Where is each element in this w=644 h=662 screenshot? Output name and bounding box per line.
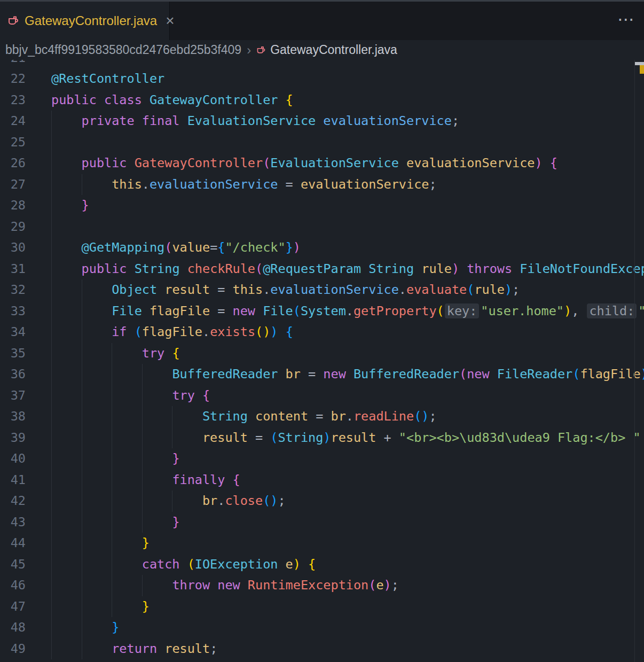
- line-number[interactable]: 35: [0, 343, 26, 364]
- line-number[interactable]: 29: [0, 216, 26, 238]
- line-number[interactable]: 23: [0, 90, 26, 111]
- code-line[interactable]: 45 catch (IOException e) {: [0, 554, 644, 575]
- code-text: String content = br.readLine();: [26, 409, 437, 424]
- line-number[interactable]: 22: [0, 68, 26, 90]
- token-b3: (: [572, 367, 580, 381]
- line-number[interactable]: 34: [0, 322, 26, 343]
- vertical-scrollbar[interactable]: [634, 60, 644, 662]
- indent-guide: [112, 533, 112, 554]
- code-line[interactable]: 28 }: [0, 195, 644, 216]
- token-ty: FileReader: [497, 367, 572, 381]
- chevron-right-icon: ›: [247, 43, 251, 58]
- line-number[interactable]: 47: [0, 596, 26, 618]
- code-text: [26, 135, 51, 150]
- token-pl: =: [248, 430, 270, 445]
- code-line[interactable]: 38 String content = br.readLine();: [0, 406, 644, 427]
- code-line[interactable]: 33 File flagFile = new File(System.getPr…: [0, 301, 644, 322]
- indent-guide: [142, 448, 143, 470]
- token-pr: this: [112, 177, 142, 192]
- indent-guide: [112, 490, 112, 512]
- code-line[interactable]: 30 @GetMapping(value={"/check"}): [0, 237, 644, 259]
- code-line[interactable]: 35 try {: [0, 343, 644, 364]
- line-number[interactable]: 31: [0, 259, 26, 280]
- line-number[interactable]: 46: [0, 575, 26, 596]
- token-kw: new: [233, 303, 263, 318]
- token-pl: [51, 155, 82, 170]
- token-b3: (: [270, 430, 278, 445]
- line-number[interactable]: 45: [0, 554, 26, 575]
- code-line[interactable]: 21: [0, 60, 644, 68]
- token-pl: ;: [278, 493, 285, 508]
- indent-guide: [51, 638, 52, 660]
- token-ty: BufferedReader: [172, 367, 285, 381]
- line-number[interactable]: 26: [0, 153, 26, 174]
- line-number[interactable]: 28: [0, 195, 26, 216]
- close-tab-icon[interactable]: ×: [166, 13, 174, 28]
- indent-guide: [142, 512, 143, 533]
- breadcrumb-folder[interactable]: bbjv_bc4ff9919583580cd2476ebd25b3f409: [5, 43, 241, 57]
- code-line[interactable]: 22@RestController: [0, 68, 644, 90]
- code-line[interactable]: 39 result = (String)result + "<br><b>\ud…: [0, 427, 644, 449]
- line-number[interactable]: 33: [0, 301, 26, 322]
- line-number[interactable]: 38: [0, 406, 26, 427]
- indent-guide: [82, 174, 82, 196]
- indent-guide: [142, 470, 143, 491]
- code-line[interactable]: 44 }: [0, 533, 644, 554]
- token-kw: throws: [467, 261, 520, 276]
- code-line[interactable]: 27 this.evaluationService = evaluationSe…: [0, 174, 644, 196]
- code-line[interactable]: 40 }: [0, 448, 644, 470]
- line-number[interactable]: 36: [0, 364, 26, 385]
- line-number[interactable]: 37: [0, 385, 26, 407]
- more-actions-icon[interactable]: ⋯: [617, 9, 635, 29]
- token-kw: class: [104, 92, 150, 107]
- line-number[interactable]: 43: [0, 512, 26, 533]
- code-line[interactable]: 47 }: [0, 596, 644, 618]
- line-number[interactable]: 40: [0, 448, 26, 470]
- code-line[interactable]: 42 br.close();: [0, 490, 644, 512]
- tab-gatewaycontroller-java[interactable]: GatewayController.java ×: [0, 2, 170, 40]
- line-number[interactable]: 27: [0, 174, 26, 196]
- code-line[interactable]: 49 return result;: [0, 638, 644, 660]
- code-line[interactable]: 31 public String checkRule(@RequestParam…: [0, 259, 644, 280]
- code-line[interactable]: 24 private final EvaluationService evalu…: [0, 111, 644, 132]
- token-kw: public: [82, 155, 135, 170]
- code-line[interactable]: 34 if (flagFile.exists()) {: [0, 322, 644, 343]
- code-line[interactable]: 29: [0, 216, 644, 238]
- code-line[interactable]: 25: [0, 132, 644, 153]
- token-pl: [51, 240, 82, 255]
- line-number[interactable]: 39: [0, 427, 26, 449]
- token-b3: {: [217, 240, 225, 255]
- breadcrumb-file[interactable]: GatewayController.java: [270, 43, 397, 57]
- token-b1: {: [308, 557, 316, 572]
- code-line[interactable]: 46 throw new RuntimeException(e);: [0, 575, 644, 596]
- line-number[interactable]: 48: [0, 617, 26, 638]
- token-kw: private: [82, 113, 142, 128]
- line-number[interactable]: 30: [0, 237, 26, 259]
- line-number[interactable]: 25: [0, 132, 26, 153]
- token-ty: String: [135, 261, 187, 276]
- code-line[interactable]: 43 }: [0, 512, 644, 533]
- token-pr: result: [164, 641, 210, 656]
- line-number[interactable]: 24: [0, 111, 26, 132]
- token-pl: =: [301, 367, 323, 381]
- line-number[interactable]: 44: [0, 533, 26, 554]
- code-line[interactable]: 41 finally {: [0, 470, 644, 491]
- code-line[interactable]: 48 }: [0, 617, 644, 638]
- code-line[interactable]: 26 public GatewayController(EvaluationSe…: [0, 153, 644, 174]
- line-number[interactable]: 41: [0, 470, 26, 491]
- token-kw: try: [142, 346, 172, 361]
- code-line[interactable]: 32 Object result = this.evaluationServic…: [0, 279, 644, 301]
- code-text: result = (String)result + "<br><b>\ud83d…: [26, 430, 641, 445]
- code-line[interactable]: 36 BufferedReader br = new BufferedReade…: [0, 364, 644, 385]
- token-pr: content: [255, 409, 308, 424]
- token-ty: GatewayController: [150, 92, 286, 107]
- code-line[interactable]: 37 try {: [0, 385, 644, 407]
- code-text: BufferedReader br = new BufferedReader(n…: [26, 367, 644, 381]
- line-number[interactable]: 42: [0, 490, 26, 512]
- line-number[interactable]: 21: [0, 60, 26, 68]
- line-number[interactable]: 32: [0, 279, 26, 301]
- token-b3: (: [467, 282, 474, 297]
- code-line[interactable]: 23public class GatewayController {: [0, 90, 644, 111]
- line-number[interactable]: 49: [0, 638, 26, 660]
- code-editor[interactable]: 2122@RestController23public class Gatewa…: [0, 60, 644, 662]
